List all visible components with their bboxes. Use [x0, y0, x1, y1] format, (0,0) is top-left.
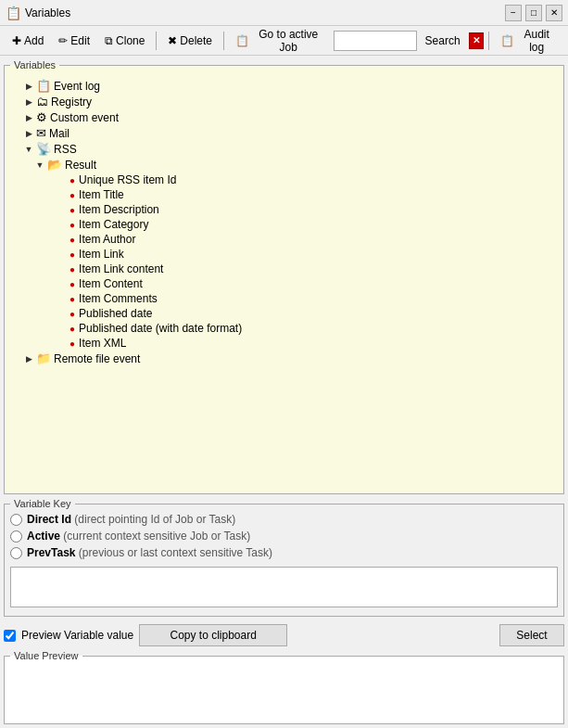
tree-item[interactable]: ●Item Link content [10, 262, 558, 276]
tree-arrow: ▶ [21, 97, 36, 107]
tree-item-label: Custom event [50, 111, 119, 124]
tree-item-label: Item Category [79, 218, 148, 231]
search-input[interactable] [334, 31, 417, 51]
tree-arrow: ▶ [21, 82, 36, 91]
radio-active[interactable] [10, 530, 22, 543]
variable-key-panel: Variable Key Direct Id (direct pointing … [4, 498, 564, 617]
edit-label: Edit [70, 34, 90, 47]
tree-item-icon: 📁 [36, 351, 51, 365]
tree-item-icon: ● [69, 235, 75, 245]
tree-item-icon: 📋 [36, 79, 51, 93]
preview-checkbox[interactable] [4, 630, 16, 642]
app-icon: 📋 [6, 6, 21, 20]
tree-item[interactable]: ●Item Author [10, 232, 558, 247]
tree-item-label: Item XML [79, 337, 126, 350]
radio-label-direct-id[interactable]: Direct Id (direct pointing Id of Job or … [27, 513, 235, 526]
tree-item-icon: ● [69, 324, 75, 334]
minimize-button[interactable]: − [505, 5, 522, 21]
tree-item-icon: ● [69, 279, 75, 289]
tree-item[interactable]: ●Item XML [10, 336, 558, 351]
tree-item-label: Item Description [79, 203, 159, 216]
add-label: Add [24, 34, 44, 47]
variable-key-textarea[interactable] [10, 567, 558, 607]
radio-options: Direct Id (direct pointing Id of Job or … [10, 513, 558, 559]
tree-item[interactable]: ▶✉Mail [10, 125, 558, 141]
tree-item-label: Published date [79, 307, 152, 320]
close-button[interactable]: ✕ [546, 5, 562, 21]
tree-item[interactable]: ●Unique RSS item Id [10, 172, 558, 187]
tree-item[interactable]: ●Item Comments [10, 291, 558, 306]
tree-item-label: Item Author [79, 233, 135, 246]
tree-item[interactable]: ▶📋Event log [10, 78, 558, 94]
tree-item-label: Published date (with date format) [79, 322, 242, 335]
tree-item-label: Item Link [79, 248, 124, 261]
tree-item[interactable]: ●Item Content [10, 276, 558, 291]
tree-arrow: ▼ [32, 160, 47, 170]
tree-item-label: Remote file event [54, 352, 140, 365]
goto-job-button[interactable]: 📋 Go to active Job [229, 30, 332, 52]
tree-item-label: Registry [51, 96, 92, 109]
search-label: Search [425, 34, 461, 47]
radio-label-prev-task[interactable]: PrevTask (previous or last context sensi… [27, 546, 272, 559]
radio-option-active[interactable]: Active (current context sensitive Job or… [10, 530, 558, 543]
tree-item-icon: ✉ [36, 126, 46, 140]
tree-item[interactable]: ●Published date [10, 306, 558, 321]
clone-label: Clone [116, 34, 145, 47]
tree-item[interactable]: ●Item Title [10, 187, 558, 202]
goto-icon: 📋 [235, 34, 249, 47]
tree-arrow: ▶ [21, 354, 36, 364]
audit-log-button[interactable]: 📋 Audit log [494, 25, 562, 57]
tree-item-icon: ⚙ [36, 110, 47, 124]
add-button[interactable]: ✚ Add [6, 30, 50, 52]
tree-arrow: ▶ [21, 129, 36, 138]
tree-item-icon: ● [69, 249, 75, 260]
tree-item-icon: ● [69, 264, 75, 275]
tree-item[interactable]: ●Item Link [10, 247, 558, 262]
delete-icon: ✖ [168, 34, 177, 47]
tree-arrow: ▼ [21, 145, 36, 154]
separator-1 [156, 32, 157, 50]
tree-item-label: Result [65, 159, 96, 172]
tree-item-icon: ● [69, 220, 75, 230]
copy-clipboard-button[interactable]: Copy to clipboard [139, 624, 287, 646]
tree-item[interactable]: ▶🗂Registry [10, 94, 558, 109]
tree-item-icon: ● [69, 190, 75, 200]
title-bar: 📋 Variables − □ ✕ [0, 0, 568, 26]
preview-label[interactable]: Preview Variable value [21, 629, 133, 642]
value-preview-content [10, 665, 558, 721]
tree-item-label: Mail [49, 127, 69, 140]
clone-button[interactable]: ⧉ Clone [98, 30, 151, 52]
preview-row: Preview Variable value Copy to clipboard… [4, 624, 564, 646]
edit-button[interactable]: ✏ Edit [52, 30, 96, 52]
tree-item[interactable]: ▶📁Remote file event [10, 351, 558, 366]
select-button[interactable]: Select [499, 624, 564, 646]
radio-option-prev-task[interactable]: PrevTask (previous or last context sensi… [10, 546, 558, 559]
tree-item[interactable]: ●Published date (with date format) [10, 321, 558, 336]
tree-item[interactable]: ●Item Description [10, 202, 558, 217]
audit-label: Audit log [517, 28, 556, 54]
radio-prev-task[interactable] [10, 547, 22, 559]
clone-icon: ⧉ [105, 34, 113, 47]
tree-item[interactable]: ▶⚙Custom event [10, 109, 558, 125]
bottom-section: Variable Key Direct Id (direct pointing … [4, 498, 564, 724]
tree-item[interactable]: ▼📂Result [10, 157, 558, 172]
radio-label-active[interactable]: Active (current context sensitive Job or… [27, 530, 250, 543]
tree-container[interactable]: ▶📋Event log▶🗂Registry▶⚙Custom event▶✉Mai… [10, 74, 558, 488]
tree-item-icon: ● [69, 294, 75, 304]
radio-direct-id[interactable] [10, 514, 22, 526]
goto-label: Go to active Job [252, 28, 325, 54]
tree-item[interactable]: ●Item Category [10, 217, 558, 232]
search-clear-button[interactable]: ✕ [469, 32, 485, 49]
audit-icon: 📋 [500, 34, 514, 47]
separator-3 [488, 32, 489, 50]
variable-key-label: Variable Key [10, 498, 75, 509]
maximize-button[interactable]: □ [525, 5, 542, 21]
delete-button[interactable]: ✖ Delete [161, 30, 219, 52]
tree-item[interactable]: ▼📡RSS [10, 141, 558, 157]
value-preview-label: Value Preview [10, 650, 82, 661]
tree-item-icon: 🗂 [36, 95, 48, 109]
radio-option-direct-id[interactable]: Direct Id (direct pointing Id of Job or … [10, 513, 558, 526]
edit-icon: ✏ [58, 34, 68, 47]
search-button[interactable]: Search [419, 30, 467, 52]
delete-label: Delete [180, 34, 212, 47]
